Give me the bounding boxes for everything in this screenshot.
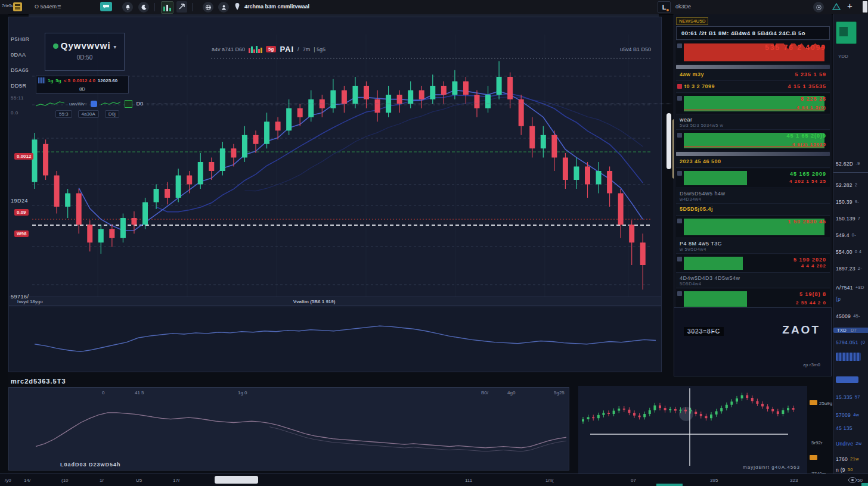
trading-app-window: 7rte5u O 5a4em ≡ 4rchma b3m cmmlitvwaal … [0,0,868,486]
bottom-left-line-chart[interactable] [8,387,569,471]
buy-tile-icon[interactable] [836,21,857,44]
site-logo-text: ok3De [675,4,691,10]
order-code-chip[interactable]: 3023=8FC [684,327,724,336]
ohlc-info-box: 1g5g< 50.0012 4 012025.60 8D [36,76,129,94]
indicator-chips-row: 55:34a30AD0j [55,110,119,118]
list-divider-bar [676,65,830,69]
quote-row[interactable]: 549.40- [833,232,868,238]
price-axis-label: 59716/ [11,294,29,300]
quote-badge[interactable] [836,353,861,361]
symbol-dropdown[interactable]: Qywvwvwi ▾ 0D:50 [45,33,125,71]
axis-teal-segment-2 [861,483,868,486]
quote-row[interactable]: 4500945- [833,313,868,319]
legend-sparkline [36,100,66,107]
watchlist-text-row[interactable]: t0 3 2 70994 15 1 35535 [676,82,830,93]
quote-row[interactable]: A/7541+8D [833,285,868,291]
watchlist-text-row[interactable]: 5D5D5j05.4j [676,204,830,216]
indicator-blue-icon[interactable] [91,101,97,107]
chevron-down-icon[interactable]: ▾ [113,43,116,50]
legend-dotted-line [147,104,671,104]
indicator-chip-2[interactable]: D0j [105,110,119,118]
mini-chart-side-label [810,451,833,462]
watchlist-spark-row[interactable]: 8 225 254 64 1 5(0) [676,94,830,114]
symbol-name: Qywvwvwi [61,40,111,51]
watchlist-text-row[interactable]: 4D4w5D4D3 4D5w54w5D5D4w4 [676,273,830,288]
quotes-column: YDD 52.62D-952.2822150.399-150.1397549.4… [833,14,868,473]
quote-row[interactable]: 554.000 4 [833,249,868,255]
new-tab-button[interactable]: + [847,1,852,11]
bottom-right-candle-chart[interactable] [578,386,807,473]
bell-icon[interactable] [122,2,133,13]
quote-badge[interactable] [836,376,858,383]
sidebar-bottom-panel: 3023=8FC ZAOT zp r3m0 [674,307,832,376]
watchlist-spark-row[interactable]: 45 165 20094 202 1 54 25 [676,169,830,188]
watchlist-spark-row[interactable]: 5 19(8) 82 55 44 2 0 [676,289,830,310]
quote-row[interactable]: Undrve2w [833,441,868,447]
row-icon [677,257,682,261]
eye-icon[interactable] [848,476,857,484]
news-chip[interactable]: NEWS4U5D [674,14,832,25]
app-logo-icon[interactable] [13,2,22,11]
watchlist-spark-row[interactable]: 1 50 2830 45 [676,216,830,238]
chart-thumbnail-icon[interactable] [161,1,173,14]
time-axis-tick: 07 [631,478,636,483]
watchlist-text-row[interactable]: 2023 45 46 500 [676,157,830,168]
user-icon[interactable] [218,2,229,13]
quote-row[interactable]: 15.33557 [833,394,868,400]
window-edge-handle[interactable] [863,1,867,13]
chart-top-right-label: u5v4 B1 D50 [620,46,651,52]
legend-sparkline-2 [101,100,121,107]
pin-icon[interactable] [234,2,240,11]
quote-row[interactable]: (p [833,296,868,302]
watchlist-text-row[interactable]: P4 8M 4w5 T3Cw 5w5D4w4 [676,239,830,254]
ohlc-segment-3: 0.0012 4 0 [73,78,95,83]
chart-title-suffix: | 5g5 [314,46,326,52]
watchlist-text-row[interactable]: 4aw m3y5 235 1 59 [676,70,830,81]
time-axis-tick: /y0 [5,478,11,483]
indicator-green-icon[interactable] [125,100,132,108]
chat-icon[interactable] [100,2,112,11]
chart-scrollbar-thumb[interactable] [666,113,671,169]
site-logo-icon[interactable]: L [658,1,671,13]
share-icon[interactable] [832,2,841,11]
quote-row[interactable]: TXDD7 [833,328,868,333]
quotes-column-label: YDD [838,54,848,59]
volume-panel-title: Vvaltm (5B6 1 919) [293,299,336,304]
menu-icon[interactable]: ≡ [57,3,61,10]
moon-icon[interactable] [138,2,149,13]
bottom-section-title: mrc2d5363.5T3 [11,378,66,385]
quote-row[interactable]: 5794.051(0 [833,339,868,345]
title-badge: 5g [266,46,276,52]
globe-icon[interactable] [203,2,213,13]
quote-row[interactable]: 570094w [833,412,868,418]
watchlist-text-row[interactable]: wear5w3 5D3 5034w5 w [676,115,830,130]
quote-row[interactable]: 150.399- [833,199,868,205]
mini-chart-side-label: 5r92r [810,436,833,447]
legend-tag: D0 [136,101,143,107]
symbol-status-dot [53,43,58,49]
quote-row[interactable]: n (950 [833,467,868,473]
toolbar-divider [192,3,193,11]
quote-row[interactable]: 45 135 [833,425,868,431]
ohlc-segment-0: 1g [48,78,53,83]
time-scrollbar-thumb[interactable] [215,476,258,484]
symbol-timeframe: 0D:50 [45,54,124,61]
indicator-chip-1[interactable]: 4a30A [78,110,99,118]
quote-row[interactable]: 52.2822 [833,182,868,188]
time-axis-tick: 111 [465,478,472,483]
watchlist-spark-row[interactable]: 5 190 20204 4 4 202 [676,254,830,273]
price-axis-label: 55:11 [11,95,24,101]
quote-row[interactable]: 150.1397 [833,216,868,222]
arrow-icon[interactable] [176,1,187,13]
row-red-icon [677,84,682,89]
watchlist-spark-row[interactable]: 45 1 65 2(0)94 6(2) 15035 [676,130,830,151]
legend-label: uwvWv~ [69,101,87,107]
quote-row[interactable]: 176021w [833,456,868,462]
watchlist-spark-row[interactable]: 535 76 2 4099 [676,41,830,64]
ohlc-segment-2: < 5 [64,78,70,83]
watchlist-text-row[interactable]: D5w5D54w5 h4ww4D34w4 [676,189,830,204]
indicator-chip-0[interactable]: 55:3 [55,110,72,118]
quote-row[interactable]: 52.62D-9 [833,161,868,167]
settings-icon[interactable] [813,2,824,13]
quote-row[interactable]: 1897.232- [833,266,868,272]
